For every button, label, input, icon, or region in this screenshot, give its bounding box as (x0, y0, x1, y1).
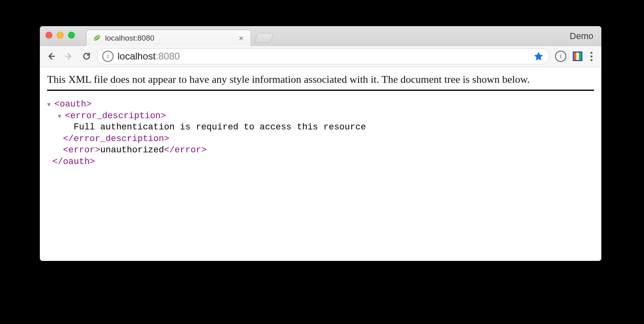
lighthouse-extension-icon[interactable] (573, 51, 582, 61)
spring-leaf-icon (92, 34, 101, 43)
xml-tag-open: <error_description> (65, 111, 166, 121)
address-bar[interactable]: i localhost:8080 (97, 48, 549, 64)
xml-tag-close: </oauth> (52, 157, 95, 167)
bookmark-star-icon[interactable] (533, 51, 544, 62)
window-controls (45, 32, 75, 39)
tab-close-button[interactable]: × (237, 34, 245, 42)
url-port: :8080 (156, 51, 180, 62)
minimize-window-button[interactable] (57, 32, 64, 39)
collapse-caret-icon[interactable]: ▼ (58, 113, 65, 121)
toolbar-right-icons: i (553, 51, 597, 62)
menu-button[interactable] (589, 51, 594, 62)
tab-title: localhost:8080 (105, 34, 233, 43)
url-text: localhost:8080 (118, 51, 180, 62)
profile-label[interactable]: Demo (570, 31, 593, 41)
xml-tag-close: </error> (164, 145, 206, 155)
site-info-icon[interactable]: i (102, 51, 114, 62)
browser-tab[interactable]: localhost:8080 × (86, 30, 251, 46)
xml-tag-close: </error_description> (63, 134, 169, 144)
xml-tag-open: <error> (63, 145, 100, 155)
page-viewport: This XML file does not appear to have an… (40, 67, 601, 261)
forward-button[interactable] (62, 49, 76, 64)
page-info-icon[interactable]: i (555, 51, 566, 62)
xml-text: unauthorized (100, 145, 164, 155)
titlebar: localhost:8080 × Demo (40, 26, 601, 46)
zoom-window-button[interactable] (68, 32, 75, 39)
back-button[interactable] (44, 49, 58, 64)
xml-tag-open: <oauth> (54, 99, 91, 109)
new-tab-button[interactable] (254, 33, 274, 43)
url-host: localhost (118, 51, 156, 62)
browser-window: localhost:8080 × Demo i localhost:8080 (40, 26, 601, 261)
toolbar: i localhost:8080 i (40, 46, 601, 67)
tab-strip: localhost:8080 × (86, 26, 272, 45)
close-window-button[interactable] (45, 32, 52, 39)
xml-tree: ▼<oauth> ▼<error_description> Full authe… (47, 99, 594, 168)
xml-text: Full authentication is required to acces… (74, 122, 366, 132)
collapse-caret-icon[interactable]: ▼ (47, 101, 54, 109)
xml-style-warning: This XML file does not appear to have an… (47, 74, 594, 91)
reload-button[interactable] (79, 49, 94, 64)
